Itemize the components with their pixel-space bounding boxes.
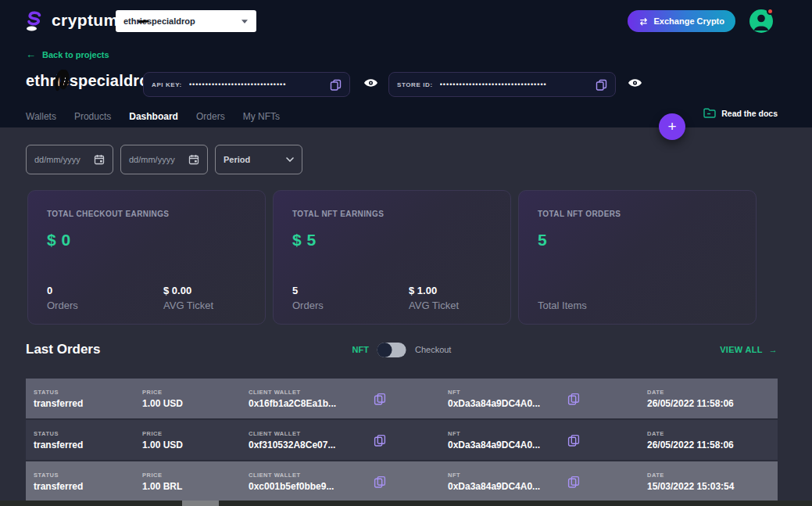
nft-copy-button[interactable]	[567, 475, 580, 488]
nft-checkout-toggle[interactable]	[377, 343, 406, 357]
tab-dashboard[interactable]: Dashboard	[129, 111, 178, 129]
order-nft: 0xDa3a84a9DC4A0...	[448, 398, 567, 409]
toggle-label-nft: NFT	[352, 345, 369, 354]
notification-dot	[767, 8, 774, 15]
api-key-field[interactable]: API KEY: ••••••••••••••••••••••••••••••	[143, 72, 350, 97]
wallet-copy-button[interactable]	[374, 475, 386, 488]
date-from-placeholder: dd/mm/yyyy	[34, 155, 80, 164]
period-label: Period	[224, 155, 250, 164]
exchange-arrows-icon	[639, 16, 649, 27]
stat-card-nft-orders: TOTAL NFT ORDERS 5 Total Items	[518, 190, 757, 325]
metric-label: AVG Ticket	[163, 300, 213, 311]
redaction-scribble	[52, 66, 73, 93]
order-client-wallet: 0x16fb1a2C8Ea1b...	[249, 398, 374, 409]
brand-name: cryptum	[52, 11, 119, 30]
wallet-copy-button[interactable]	[374, 393, 386, 405]
order-status: transferred	[34, 440, 142, 450]
exchange-crypto-button[interactable]: Exchange Crypto	[628, 10, 735, 32]
brand-logo: cryptum	[22, 9, 119, 32]
column-client-wallet: CLIENT WALLET	[249, 430, 374, 437]
store-id-field[interactable]: STORE ID: ••••••••••••••••••••••••••••••…	[388, 72, 616, 97]
toggle-label-checkout: Checkout	[415, 345, 451, 354]
project-select-prefix: ethr	[123, 16, 140, 26]
project-tabs: Wallets Products Dashboard Orders My NFT…	[26, 111, 280, 129]
nft-copy-button[interactable]	[567, 434, 580, 447]
select-caret-icon	[241, 19, 249, 24]
stat-card-title: TOTAL NFT EARNINGS	[292, 210, 492, 218]
user-avatar[interactable]	[749, 9, 773, 33]
column-client-wallet: CLIENT WALLET	[249, 389, 374, 396]
order-status: transferred	[34, 398, 142, 409]
order-price: 1.00 USD	[142, 440, 249, 450]
column-status: STATUS	[34, 472, 142, 479]
last-orders-bar: Last Orders NFT Checkout VIEW ALL →	[26, 340, 778, 359]
store-id-masked-value: •••••••••••••••••••••••••••••••••	[440, 81, 591, 88]
api-key-copy-button[interactable]	[330, 79, 342, 91]
horizontal-scrollbar[interactable]	[0, 501, 812, 506]
store-id-reveal-button[interactable]	[628, 78, 642, 88]
order-date: 15/03/2022 15:03:54	[647, 481, 778, 492]
metric-label: Orders	[292, 300, 324, 311]
date-from-input[interactable]: dd/mm/yyyy	[26, 145, 113, 174]
cryptum-dashboard-page: cryptum ethriespecialdrop Exchange Crypt…	[0, 0, 812, 506]
copy-icon	[567, 475, 580, 488]
last-orders-heading: Last Orders	[26, 342, 100, 357]
project-select[interactable]: ethriespecialdrop	[116, 10, 256, 32]
metric-value: 0	[47, 285, 78, 296]
column-price: PRICE	[142, 430, 249, 437]
calendar-icon	[94, 154, 105, 165]
toggle-knob	[377, 343, 392, 357]
read-the-docs-link[interactable]: Read the docs	[703, 108, 778, 118]
back-to-projects-label: Back to projects	[42, 50, 109, 59]
store-id-copy-button[interactable]	[596, 79, 607, 91]
column-nft: NFT	[448, 472, 567, 479]
back-to-projects-link[interactable]: ← Back to projects	[26, 48, 109, 60]
period-select[interactable]: Period	[215, 145, 302, 174]
copy-icon	[330, 79, 342, 91]
order-row: STATUS transferred PRICE 1.00 USD CLIENT…	[26, 379, 778, 418]
exchange-crypto-label: Exchange Crypto	[654, 16, 724, 26]
column-status: STATUS	[34, 430, 142, 437]
order-nft: 0xDa3a84a9DC4A0...	[448, 481, 567, 492]
project-select-suffix: specialdrop	[147, 16, 195, 26]
api-key-masked-value: ••••••••••••••••••••••••••••••	[189, 81, 325, 88]
metric-value: $ 0.00	[163, 285, 213, 296]
column-price: PRICE	[142, 389, 249, 396]
order-price: 1.00 USD	[142, 398, 249, 409]
tab-wallets[interactable]: Wallets	[26, 111, 56, 129]
view-all-arrow-icon: →	[769, 345, 778, 354]
column-client-wallet: CLIENT WALLET	[249, 472, 374, 479]
stat-card-value: $ 5	[292, 231, 492, 249]
back-arrow-icon: ←	[26, 48, 36, 60]
tab-orders[interactable]: Orders	[196, 111, 225, 129]
metric-value: 5	[292, 285, 324, 296]
eye-icon	[363, 78, 378, 88]
stat-card-value: $ 0	[47, 231, 246, 249]
calendar-icon	[188, 154, 199, 165]
store-id-label: STORE ID:	[397, 81, 433, 88]
api-key-reveal-button[interactable]	[363, 78, 378, 88]
add-button[interactable]: +	[659, 113, 685, 140]
tab-my-nfts[interactable]: My NFTs	[243, 111, 280, 129]
copy-icon	[567, 434, 580, 447]
read-the-docs-label: Read the docs	[721, 109, 778, 118]
scrollbar-thumb[interactable]	[182, 501, 219, 506]
nft-copy-button[interactable]	[567, 393, 580, 405]
wallet-copy-button[interactable]	[374, 434, 386, 447]
stat-card-nft-earnings: TOTAL NFT EARNINGS $ 5 5 Orders $ 1.00 A…	[273, 190, 511, 325]
order-row: STATUS transferred PRICE 1.00 USD CLIENT…	[26, 420, 778, 460]
dashboard-content: dd/mm/yyyy dd/mm/yyyy	[0, 127, 812, 506]
stats-cards: TOTAL CHECKOUT EARNINGS $ 0 0 Orders $ 0…	[27, 190, 757, 325]
date-to-input[interactable]: dd/mm/yyyy	[120, 145, 208, 174]
stat-card-title: TOTAL NFT ORDERS	[538, 210, 737, 218]
order-status: transferred	[34, 481, 142, 492]
tab-products[interactable]: Products	[74, 111, 111, 129]
order-client-wallet: 0xf310532A8Ce07...	[249, 440, 374, 450]
copy-icon	[596, 79, 607, 91]
column-date: DATE	[647, 430, 778, 437]
copy-icon	[567, 393, 580, 405]
filters-row: dd/mm/yyyy dd/mm/yyyy	[26, 145, 302, 174]
view-all-link[interactable]: VIEW ALL →	[720, 345, 778, 354]
folder-icon	[703, 108, 716, 118]
project-title: ethriespecialdrop	[26, 72, 159, 90]
